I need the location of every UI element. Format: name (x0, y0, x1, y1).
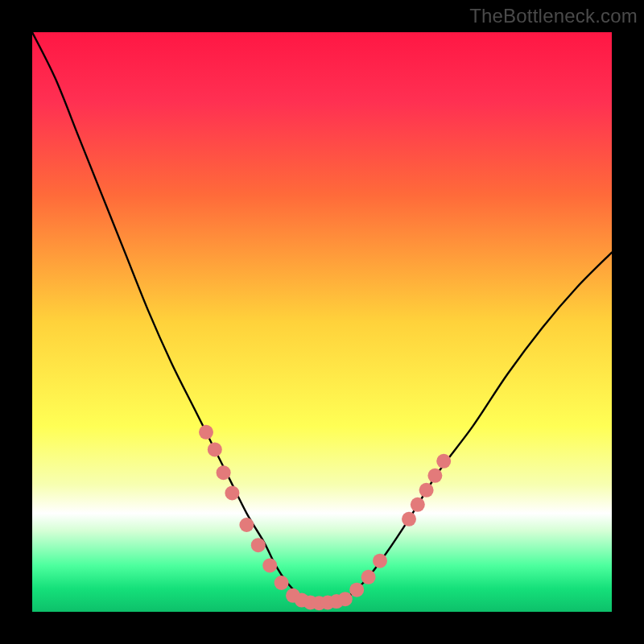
data-marker (402, 512, 416, 526)
data-marker (373, 554, 387, 568)
data-marker (349, 583, 364, 597)
chart-svg (32, 32, 612, 612)
gradient-background (32, 32, 612, 612)
data-marker (361, 570, 376, 584)
data-marker (239, 518, 254, 532)
data-marker (436, 454, 451, 469)
plot-area (32, 32, 612, 612)
watermark-text: TheBottleneck.com (469, 5, 638, 27)
data-marker (262, 558, 277, 572)
chart-stage: TheBottleneck.com (0, 0, 644, 644)
data-marker (275, 576, 289, 590)
data-marker (217, 465, 231, 480)
data-marker (208, 442, 222, 456)
data-marker (411, 497, 425, 512)
data-marker (419, 483, 434, 497)
data-marker (338, 592, 353, 606)
data-marker (251, 538, 266, 552)
data-marker (225, 485, 239, 500)
data-marker (427, 469, 442, 483)
data-marker (199, 425, 213, 440)
